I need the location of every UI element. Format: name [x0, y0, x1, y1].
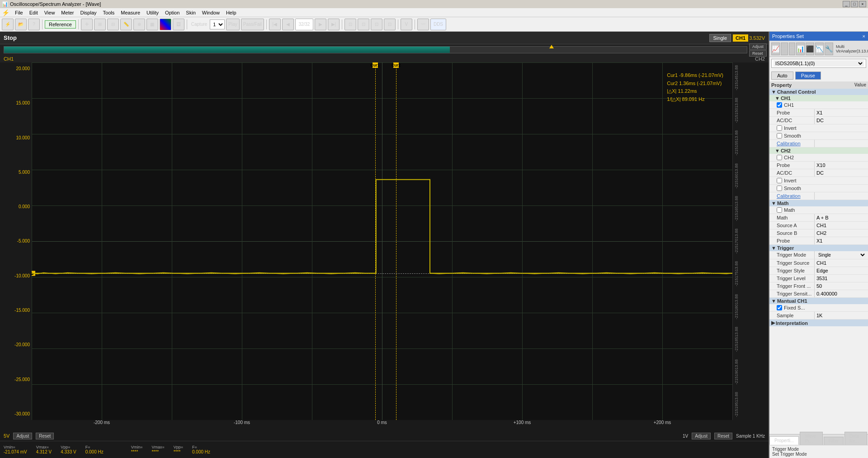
fixed-s-container[interactable]: Fixed S... [769, 304, 868, 311]
pause-button[interactable]: Pause [795, 72, 821, 80]
trigger-source-value[interactable]: CH1 [815, 259, 868, 267]
tab-properties[interactable]: Properti... [769, 436, 799, 445]
pass-fail-button[interactable]: Pass/Fail [241, 19, 264, 30]
section-trigger[interactable]: ▼ Trigger [769, 245, 868, 251]
frame-first-btn[interactable]: |◀ [269, 19, 281, 30]
section-ch2[interactable]: ▼ CH2 [769, 148, 868, 154]
smooth-ch1-checkbox[interactable] [777, 133, 782, 138]
acdc-ch1-value[interactable]: DC [815, 117, 868, 124]
analyzer-icon-7[interactable]: 🔧 [825, 43, 833, 55]
reset-button-bottom[interactable]: Reset [36, 433, 54, 439]
section-math[interactable]: ▼ Math [769, 200, 868, 206]
tb-zoom-btn[interactable]: ⊞ [94, 19, 106, 30]
frame-prev-btn[interactable]: ◀ [282, 19, 294, 30]
math-checkbox-container[interactable]: Math [769, 206, 868, 214]
tb-scope2-btn[interactable]: ⊡ [358, 19, 369, 30]
progress-bar[interactable] [4, 46, 747, 53]
section-manual-ch1[interactable]: ▼ Mantual CH1 [769, 298, 868, 304]
smooth-ch1-container[interactable]: Smooth [769, 132, 868, 139]
tb-color-btn[interactable] [160, 19, 171, 30]
trigger-sensit-value[interactable]: 0.400000 [815, 290, 868, 297]
close-button[interactable]: × [859, 1, 866, 7]
reset-button-ch2[interactable]: Reset [714, 433, 732, 439]
probe-ch1-value[interactable]: X1 [815, 109, 868, 116]
smooth-ch2-checkbox[interactable] [777, 186, 782, 191]
tb-help-btn[interactable]: ? [28, 19, 40, 30]
adjust-button-ch2[interactable]: Adjust [692, 433, 711, 439]
fixed-s-checkbox[interactable] [777, 305, 782, 310]
analyzer-icon-6[interactable]: 📉 [815, 43, 824, 55]
tb-screenshot-btn[interactable]: 🖼 [173, 19, 184, 30]
ch1-status[interactable]: CH1 3.532V [733, 34, 765, 42]
tb-measure-btn[interactable]: 📏 [120, 19, 132, 30]
probe-ch2-value[interactable]: X10 [815, 162, 868, 169]
tb-scope3-btn[interactable]: ⊡ [371, 19, 382, 30]
maximize-button[interactable]: □ [851, 1, 858, 7]
tb-open-btn[interactable]: 📂 [15, 19, 27, 30]
tb-scope4-btn[interactable]: ⊡ [384, 19, 396, 30]
section-channel-control[interactable]: ▼ Channel Control [769, 89, 868, 95]
menu-utility[interactable]: Utility [144, 9, 161, 16]
ch1-checkbox-container[interactable]: CH1 [769, 101, 868, 109]
probe-math-value[interactable]: X1 [815, 237, 868, 244]
menu-window[interactable]: Window [199, 9, 222, 16]
menu-measure[interactable]: Measure [118, 9, 143, 16]
auto-button[interactable]: Auto [771, 72, 793, 80]
tab-filter[interactable]: Filter [824, 437, 844, 445]
source-b-value[interactable]: CH2 [815, 229, 868, 237]
minimize-button[interactable]: _ [843, 1, 850, 7]
tb-cursor-btn[interactable]: ✛ [81, 19, 93, 30]
ch1-checkbox[interactable] [777, 102, 782, 108]
adjust-button-top[interactable]: Adjust [749, 43, 767, 50]
tb-wave-btn[interactable]: 〰 [417, 19, 429, 30]
device-select[interactable]: ISDS205B(1.1)(0) [774, 60, 864, 67]
source-a-value[interactable]: CH1 [815, 222, 868, 229]
tb-grid-btn[interactable]: ⊟ [107, 19, 119, 30]
menu-option[interactable]: Option [162, 9, 182, 16]
play-button[interactable]: Play [226, 19, 239, 30]
analyzer-icon-3[interactable]: ⊡ [789, 43, 795, 55]
math-checkbox[interactable] [777, 207, 782, 213]
section-interpretation[interactable]: ▶ Interpretation [769, 320, 868, 326]
menu-file[interactable]: File [12, 9, 26, 16]
tb-select-btn[interactable]: ▦ [146, 19, 158, 30]
analyzer-icon-1[interactable]: 📈 [771, 43, 780, 55]
adjust-button-bottom[interactable]: Adjust [13, 433, 32, 439]
menu-help[interactable]: Help [223, 9, 239, 16]
dds-label[interactable]: DDS [430, 19, 446, 30]
menu-skin[interactable]: Skin [183, 9, 198, 16]
trigger-style-value[interactable]: Edge [815, 267, 868, 274]
tb-scope1-btn[interactable]: ⊡ [344, 19, 356, 30]
properties-close-btn[interactable]: × [863, 33, 865, 39]
frame-next-btn[interactable]: ▶ [315, 19, 326, 30]
single-mode-button[interactable]: Single [709, 34, 731, 42]
tab-wave-pr[interactable]: Wave Pr... [800, 432, 822, 445]
tab-data-re[interactable]: Data Re... [844, 432, 867, 445]
section-ch1[interactable]: ▼ CH1 [769, 95, 868, 101]
invert-ch2-checkbox[interactable] [777, 178, 782, 183]
trigger-mode-value[interactable]: SingleNormalAuto [815, 251, 868, 259]
menu-meter[interactable]: Meter [58, 9, 76, 16]
device-dropdown[interactable]: ISDS205B(1.1)(0) [771, 59, 866, 68]
analyzer-icon-4[interactable]: 📊 [796, 43, 805, 55]
menu-display[interactable]: Display [77, 9, 99, 16]
reference-button[interactable]: Reference [45, 20, 76, 29]
analyzer-icon-2[interactable]: 〰 [781, 43, 788, 55]
trigger-level-value[interactable]: 3531 [815, 275, 868, 282]
menu-view[interactable]: View [42, 9, 58, 16]
grid-area[interactable]: Cur1 Cur2 Cur1 -9.86ms (-21.07mV) Cur2 1… [32, 62, 732, 420]
menu-edit[interactable]: Edit [27, 9, 41, 16]
sample-value[interactable]: 1K [815, 312, 868, 319]
math-op-value[interactable]: A + B [815, 214, 868, 221]
ch2-checkbox[interactable] [777, 155, 782, 160]
analyzer-icon-5[interactable]: ⬛ [806, 43, 814, 55]
reset-button-top[interactable]: Reset [749, 50, 767, 57]
invert-ch1-checkbox[interactable] [777, 125, 782, 131]
tb-crosshair-btn[interactable]: ⊕ [133, 19, 145, 30]
acdc-ch2-value[interactable]: DC [815, 169, 868, 177]
trigger-mode-select[interactable]: SingleNormalAuto [816, 252, 866, 258]
invert-ch2-container[interactable]: Invert [769, 177, 868, 184]
frame-last-btn[interactable]: ▶| [328, 19, 340, 30]
tb-vmark-btn[interactable]: V [401, 19, 412, 30]
invert-ch1-container[interactable]: Invert [769, 124, 868, 132]
